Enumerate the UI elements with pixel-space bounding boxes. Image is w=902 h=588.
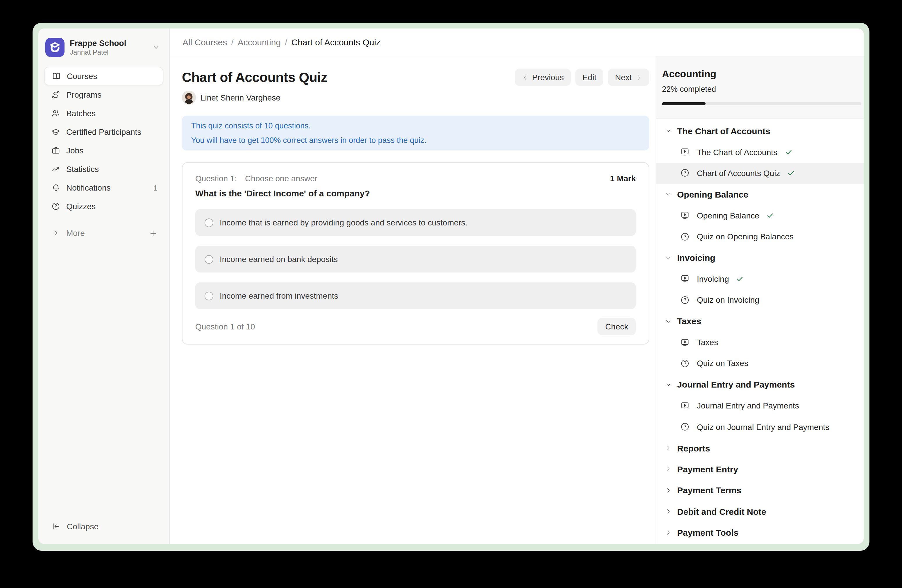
book-open-icon	[52, 72, 61, 81]
chevron-right-icon	[665, 444, 672, 452]
check-button[interactable]: Check	[598, 318, 636, 335]
breadcrumb-accounting[interactable]: Accounting	[238, 37, 281, 47]
lesson-label: The Chart of Accounts	[697, 147, 777, 156]
quiz-label: Quiz on Invoicing	[697, 296, 759, 305]
radio-icon[interactable]	[205, 291, 213, 300]
quiz-question-icon	[680, 295, 690, 305]
radio-icon[interactable]	[205, 218, 213, 227]
content-column: All Courses / Accounting / Chart of Acco…	[170, 28, 864, 544]
radio-icon[interactable]	[205, 255, 213, 263]
lesson-video-icon	[680, 147, 690, 157]
sidebar-item-label: Courses	[67, 72, 97, 81]
section-label: Journal Entry and Payments	[677, 380, 795, 389]
heading-row: Chart of Accounts Quiz Previous Edit	[182, 69, 649, 86]
answer-option-1[interactable]: Income that is earned by providing goods…	[195, 209, 636, 236]
lesson-video-icon	[680, 401, 690, 411]
section-label: Opening Balance	[677, 189, 748, 199]
more-label: More	[66, 228, 85, 238]
outline-section-debit-credit-note[interactable]: Debit and Credit Note	[656, 501, 864, 522]
section-label: Payment Terms	[677, 485, 741, 495]
app-window: Frappe School Jannat Patel Courses Progr…	[38, 28, 864, 544]
quiz-notice-banner: This quiz consists of 10 questions. You …	[182, 116, 649, 150]
outline-lesson-journal-entry[interactable]: Journal Entry and Payments	[656, 395, 864, 416]
chevron-down-icon	[665, 254, 672, 261]
section-label: Debit and Credit Note	[677, 507, 766, 516]
outline-lesson-invoicing[interactable]: Invoicing	[656, 268, 864, 289]
outline-lesson-taxes[interactable]: Taxes	[656, 332, 864, 353]
option-label: Income earned on bank deposits	[220, 255, 338, 264]
sidebar-item-statistics[interactable]: Statistics	[44, 160, 163, 178]
chevron-right-icon	[52, 230, 59, 236]
breadcrumb-current: Chart of Accounts Quiz	[291, 37, 381, 47]
sidebar-more-toggle[interactable]: More	[44, 224, 163, 242]
screen: Frappe School Jannat Patel Courses Progr…	[0, 0, 902, 588]
breadcrumb-all-courses[interactable]: All Courses	[183, 37, 227, 47]
sidebar-item-certified-participants[interactable]: Certified Participants	[44, 123, 163, 141]
outline-section-payment-terms[interactable]: Payment Terms	[656, 480, 864, 501]
edit-label: Edit	[583, 73, 596, 82]
toolbar: Previous Edit Next	[515, 69, 649, 86]
section-label: Payment Tools	[677, 528, 738, 538]
section-label: Invoicing	[677, 253, 716, 263]
sidebar-item-programs[interactable]: Programs	[44, 85, 163, 104]
outline-lesson-chart-of-accounts[interactable]: The Chart of Accounts	[656, 141, 864, 163]
school-switcher[interactable]: Frappe School Jannat Patel	[45, 38, 162, 57]
lesson-label: Journal Entry and Payments	[697, 401, 799, 410]
next-button[interactable]: Next	[608, 69, 649, 86]
plus-icon[interactable]	[149, 228, 158, 237]
breadcrumb-separator: /	[231, 37, 233, 47]
question-text: What is the 'Direct Income' of a company…	[195, 188, 636, 199]
outline-quiz-journal-entry[interactable]: Quiz on Journal Entry and Payments	[656, 416, 864, 438]
section-label: Reports	[677, 443, 710, 453]
lesson-video-icon	[680, 337, 690, 347]
users-icon	[51, 109, 60, 118]
notification-count-badge: 1	[153, 183, 158, 192]
outline-quiz-invoicing[interactable]: Quiz on Invoicing	[656, 289, 864, 311]
quiz-question-icon	[680, 168, 690, 178]
outline-section-journal-entry[interactable]: Journal Entry and Payments	[656, 374, 864, 395]
outline-section-chart-of-accounts[interactable]: The Chart of Accounts	[656, 120, 864, 141]
section-label: Payment Entry	[677, 464, 738, 474]
outline-quiz-opening-balances[interactable]: Quiz on Opening Balances	[656, 226, 864, 247]
school-meta: Frappe School Jannat Patel	[70, 38, 147, 56]
outline-section-taxes[interactable]: Taxes	[656, 311, 864, 332]
outline-section-opening-balance[interactable]: Opening Balance	[656, 184, 864, 205]
answer-option-3[interactable]: Income earned from investments	[195, 282, 636, 309]
graduation-cap-icon	[51, 127, 60, 136]
outline-lesson-opening-balance[interactable]: Opening Balance	[656, 205, 864, 226]
chevron-down-icon	[665, 191, 672, 198]
question-marks: 1 Mark	[610, 174, 636, 183]
sidebar-item-notifications[interactable]: Notifications 1	[44, 178, 163, 197]
sidebar-item-quizzes[interactable]: Quizzes	[44, 197, 163, 216]
quiz-label: Quiz on Opening Balances	[697, 232, 794, 241]
edit-button[interactable]: Edit	[575, 69, 603, 86]
outline-section-invoicing[interactable]: Invoicing	[656, 247, 864, 269]
answer-option-2[interactable]: Income earned on bank deposits	[195, 246, 636, 272]
sidebar-collapse-button[interactable]: Collapse	[44, 517, 164, 536]
check-icon	[766, 211, 774, 220]
outline-section-reports[interactable]: Reports	[656, 438, 864, 459]
sidebar-item-batches[interactable]: Batches	[44, 104, 163, 123]
lesson-label: Opening Balance	[697, 211, 759, 220]
collapse-sidebar-icon	[51, 522, 60, 531]
option-label: Income earned from investments	[220, 291, 338, 300]
section-label: The Chart of Accounts	[677, 126, 770, 136]
sidebar-item-courses[interactable]: Courses	[44, 67, 163, 85]
chevron-right-icon	[636, 74, 642, 80]
outline-quiz-taxes[interactable]: Quiz on Taxes	[656, 353, 864, 374]
notice-line-1: This quiz consists of 10 questions.	[191, 119, 640, 133]
chevron-right-icon	[665, 508, 672, 515]
chevron-down-icon	[152, 44, 160, 51]
chevron-down-icon	[665, 127, 672, 134]
chevron-right-icon	[665, 487, 672, 494]
quiz-question-icon	[680, 358, 690, 368]
course-title: Accounting	[662, 68, 861, 81]
previous-button[interactable]: Previous	[515, 69, 571, 86]
outline-section-payment-tools[interactable]: Payment Tools	[656, 522, 864, 543]
quiz-label: Chart of Accounts Quiz	[697, 169, 780, 178]
outline-section-payment-entry[interactable]: Payment Entry	[656, 459, 864, 480]
course-outline-header: Accounting 22% completed	[656, 56, 864, 119]
page-title: Chart of Accounts Quiz	[182, 69, 327, 85]
sidebar-item-jobs[interactable]: Jobs	[44, 141, 163, 160]
outline-quiz-chart-of-accounts[interactable]: Chart of Accounts Quiz	[656, 163, 864, 184]
